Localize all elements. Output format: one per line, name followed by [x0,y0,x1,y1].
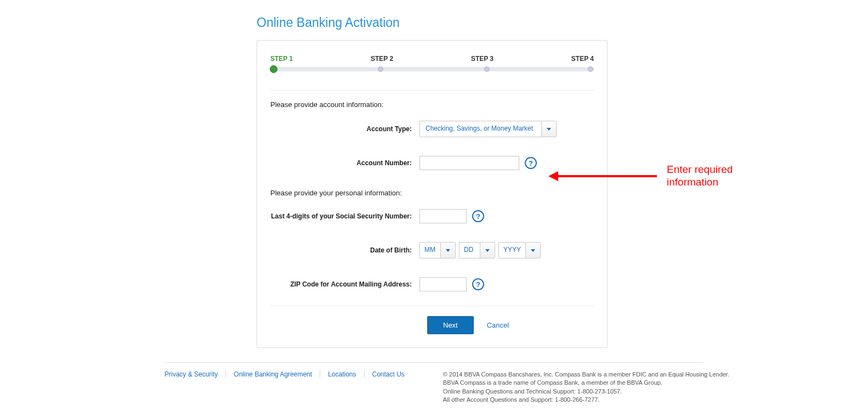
zip-label: ZIP Code for Account Mailing Address: [270,280,419,288]
stepper: STEP 1 STEP 2 STEP 3 STEP 4 [270,55,594,79]
step-1-label: STEP 1 [270,55,293,63]
account-type-row: Account Type: Checking, Savings, or Mone… [270,121,594,137]
footer-copyright: © 2014 BBVA Compass Bancshares, Inc. Com… [443,370,729,379]
account-number-input[interactable] [419,156,519,170]
ssn-help-icon[interactable]: ? [472,210,484,222]
chevron-down-icon [446,249,450,252]
divider [270,306,594,306]
footer-support-other: All other Account Questions and Support:… [443,396,729,404]
footer-link-locations[interactable]: Locations [320,370,364,378]
dob-day-value: DD [459,242,480,258]
dob-year-toggle[interactable] [525,242,541,258]
dob-month-toggle[interactable] [440,242,456,258]
footer-text: © 2014 BBVA Compass Bancshares, Inc. Com… [443,370,729,404]
footer-link-contact[interactable]: Contact Us [365,370,412,378]
step-1-dot [270,65,277,73]
ssn-row: Last 4-digits of your Social Security Nu… [270,209,594,223]
step-4-dot [588,66,593,72]
footer: Privacy & Security Online Banking Agreem… [164,370,868,404]
chevron-down-icon [485,249,490,252]
account-number-row: Account Number: ? [270,156,594,170]
step-4-label: STEP 4 [571,55,594,63]
personal-section-intro: Please provide your personal information… [270,189,594,197]
chevron-down-icon [531,249,535,252]
footer-divider [164,362,704,363]
step-track [270,67,594,71]
account-type-toggle[interactable] [541,121,557,137]
ssn-input[interactable] [419,209,467,223]
dob-month-select[interactable]: MM [419,242,456,258]
account-section-intro: Please provide account information: [270,100,594,109]
account-type-selected: Checking, Savings, or Money Market [419,121,541,137]
dob-row: Date of Birth: MM DD YYYY [270,242,594,258]
account-number-help-icon[interactable]: ? [525,157,537,169]
dob-year-select[interactable]: YYYY [498,242,541,258]
zip-row: ZIP Code for Account Mailing Address: ? [270,277,594,291]
step-2-label: STEP 2 [371,55,393,63]
next-button[interactable]: Next [427,316,474,334]
form-actions: Next Cancel [270,316,594,334]
activation-card: STEP 1 STEP 2 STEP 3 STEP 4 Please provi… [257,40,608,348]
step-3-label: STEP 3 [471,55,493,63]
chevron-down-icon [547,128,551,131]
ssn-label: Last 4-digits of your Social Security Nu… [270,212,419,220]
zip-input[interactable] [419,277,467,291]
step-3-dot [484,66,490,72]
step-2-dot [378,66,383,72]
footer-link-privacy[interactable]: Privacy & Security [164,370,226,378]
footer-support-online: Online Banking Questions and Technical S… [443,387,729,396]
divider [270,90,594,91]
footer-tradename: BBVA Compass is a trade name of Compass … [443,379,729,387]
dob-day-select[interactable]: DD [459,242,495,258]
account-type-select[interactable]: Checking, Savings, or Money Market [419,121,557,137]
dob-year-value: YYYY [498,242,525,258]
zip-help-icon[interactable]: ? [472,278,484,290]
footer-links: Privacy & Security Online Banking Agreem… [164,370,412,378]
dob-day-toggle[interactable] [480,242,495,258]
account-number-label: Account Number: [270,159,419,167]
footer-link-agreement[interactable]: Online Banking Agreement [226,370,320,378]
annotation-text: Enter required information [667,164,733,189]
page-title: Online Banking Activation [257,15,868,30]
dob-month-value: MM [419,242,440,258]
account-type-label: Account Type: [270,125,419,133]
cancel-button[interactable]: Cancel [487,321,509,329]
dob-label: Date of Birth: [270,246,419,254]
